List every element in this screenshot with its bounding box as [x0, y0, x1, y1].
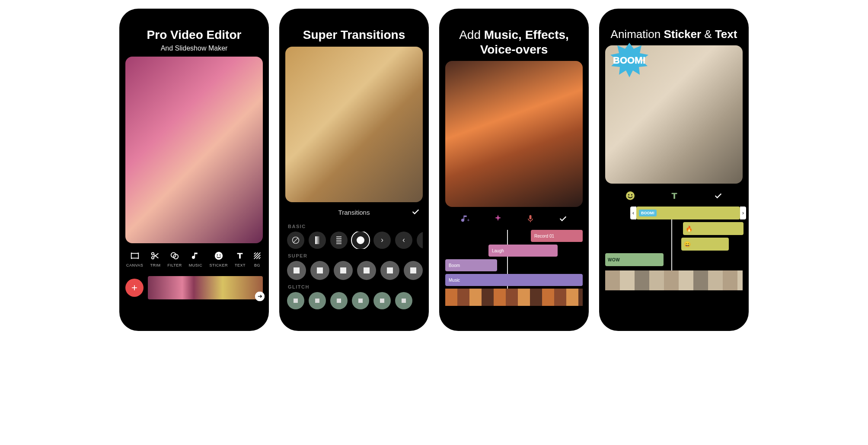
screenshot-panel-3: Add Music, Effects, Voice-overs + Record…	[439, 9, 589, 331]
headline-title: Animation Sticker & Text	[605, 28, 743, 41]
svg-text:+: +	[467, 218, 470, 223]
tool-text[interactable]: TEXT	[235, 251, 246, 267]
headline: Pro Video Editor And Slideshow Maker	[125, 28, 263, 52]
boom-sticker[interactable]: BOOM!	[603, 40, 655, 79]
confirm-button[interactable]	[411, 207, 420, 218]
tool-canvas[interactable]: CANVAS	[126, 251, 143, 267]
transition-glitch-6[interactable]	[395, 292, 412, 309]
microphone-icon[interactable]	[526, 214, 535, 226]
timeline-row: + ➔	[125, 276, 263, 299]
tool-label: MUSIC	[189, 263, 203, 267]
video-preview	[445, 61, 583, 207]
confirm-button[interactable]	[558, 214, 568, 226]
clip-smile[interactable]: 😄	[681, 238, 729, 251]
tool-sticker[interactable]: STICKER	[209, 251, 228, 267]
headline: Animation Sticker & Text	[605, 28, 743, 41]
headline-title: Add Music, Effects, Voice-overs	[445, 28, 583, 57]
headline: Super Transitions	[285, 28, 423, 42]
smile-icon[interactable]	[625, 191, 635, 203]
tool-label: CANVAS	[126, 263, 143, 267]
transitions-panel: Transitions BASIC › ‹ ⌄ SUPER GLITCH	[285, 206, 423, 309]
screenshot-panel-4: Animation Sticker & Text BOOM! ‹ BOOM! ›…	[599, 9, 749, 331]
transition-super-2[interactable]	[310, 261, 329, 280]
sticker-timeline[interactable]: ‹ BOOM! › 🔥 😄 WOW	[605, 207, 743, 297]
transition-glitch-1[interactable]	[287, 292, 304, 309]
phone-notch	[322, 9, 386, 18]
tool-label: TRIM	[150, 263, 160, 267]
clip-label: WOW	[608, 257, 620, 262]
video-preview: BOOM!	[605, 45, 743, 184]
transition-slide-left[interactable]: ‹	[395, 232, 412, 249]
transition-none[interactable]	[287, 232, 304, 249]
timeline-next-icon[interactable]: ➔	[255, 292, 265, 301]
headline-title: Super Transitions	[285, 28, 423, 42]
transition-glitch-3[interactable]	[330, 292, 348, 309]
track-laugh[interactable]: Laugh	[488, 245, 558, 257]
transitions-header: Transitions	[285, 206, 423, 219]
transition-super-3[interactable]	[334, 261, 353, 280]
preview-image-placeholder	[445, 61, 583, 207]
tool-music[interactable]: MUSIC	[189, 251, 203, 267]
bg-icon	[252, 251, 262, 261]
title-bold: Music, Effects, Voice-overs	[480, 28, 569, 56]
clip-handle-left[interactable]: ‹	[630, 207, 636, 219]
svg-text:BOOM!: BOOM!	[613, 55, 646, 66]
track-record[interactable]: Record 01	[531, 230, 583, 242]
title-bold-1: Sticker	[664, 28, 701, 41]
track-music[interactable]: Music	[445, 274, 583, 286]
clip-fire[interactable]: 🔥	[683, 222, 744, 235]
video-preview	[285, 47, 423, 202]
section-label-super: SUPER	[288, 253, 423, 258]
text-icon[interactable]	[670, 191, 679, 203]
audio-mode-strip: +	[449, 214, 579, 226]
svg-point-6	[217, 254, 217, 255]
transition-row-glitch	[285, 292, 423, 309]
transition-super-4[interactable]	[357, 261, 376, 280]
transition-dissolve[interactable]	[330, 232, 348, 249]
transition-super-5[interactable]	[380, 261, 399, 280]
clip-handle-right[interactable]: ›	[740, 207, 746, 219]
transition-glitch-4[interactable]	[352, 292, 369, 309]
timeline-thumbnails[interactable]: ➔	[148, 276, 263, 299]
track-boom[interactable]: Boom	[445, 259, 497, 271]
audio-timeline[interactable]: Record 01 Laugh Boom Music	[445, 230, 583, 308]
music-note-icon[interactable]: +	[460, 214, 470, 226]
preview-image-placeholder	[125, 57, 263, 243]
title-pre: Add	[459, 28, 484, 41]
video-timeline-thumbs[interactable]	[605, 270, 743, 290]
transition-glitch-2[interactable]	[309, 292, 326, 309]
preview-image-placeholder	[285, 47, 423, 202]
tool-bg[interactable]: BG	[252, 251, 262, 267]
title-pre: Animation	[611, 28, 664, 41]
smile-icon	[214, 251, 223, 261]
svg-point-5	[214, 252, 222, 260]
tool-label: FILTER	[167, 263, 182, 267]
transition-glitch-5[interactable]	[373, 292, 391, 309]
tool-filter[interactable]: FILTER	[167, 251, 182, 267]
transition-fade[interactable]	[309, 232, 326, 249]
tool-trim[interactable]: TRIM	[150, 251, 160, 267]
confirm-button[interactable]	[713, 191, 723, 203]
sparkle-icon[interactable]	[493, 214, 503, 226]
transition-super-6[interactable]	[404, 261, 423, 280]
svg-rect-0	[131, 253, 138, 258]
transition-slide-right[interactable]: ›	[373, 232, 391, 249]
music-note-icon	[191, 251, 201, 261]
video-timeline-thumbs[interactable]	[445, 289, 583, 306]
title-mid: &	[701, 28, 715, 41]
clip-boom-selected[interactable]: ‹ BOOM! ›	[636, 207, 740, 219]
svg-point-13	[628, 194, 629, 196]
tool-label: TEXT	[235, 263, 246, 267]
headline-subtitle: And Slideshow Maker	[125, 44, 263, 52]
transition-dot-selected[interactable]	[352, 232, 369, 249]
transition-super-1[interactable]	[287, 261, 306, 280]
transition-row-super	[285, 261, 423, 280]
clip-boom-badge: BOOM!	[639, 210, 657, 216]
transitions-title: Transitions	[338, 209, 370, 216]
svg-point-12	[626, 191, 635, 200]
headline-title: Pro Video Editor	[125, 28, 263, 42]
add-clip-button[interactable]: +	[125, 279, 144, 297]
clip-wow[interactable]: WOW	[605, 253, 664, 266]
transition-slide-down[interactable]: ⌄	[417, 232, 423, 249]
section-label-basic: BASIC	[288, 224, 423, 229]
